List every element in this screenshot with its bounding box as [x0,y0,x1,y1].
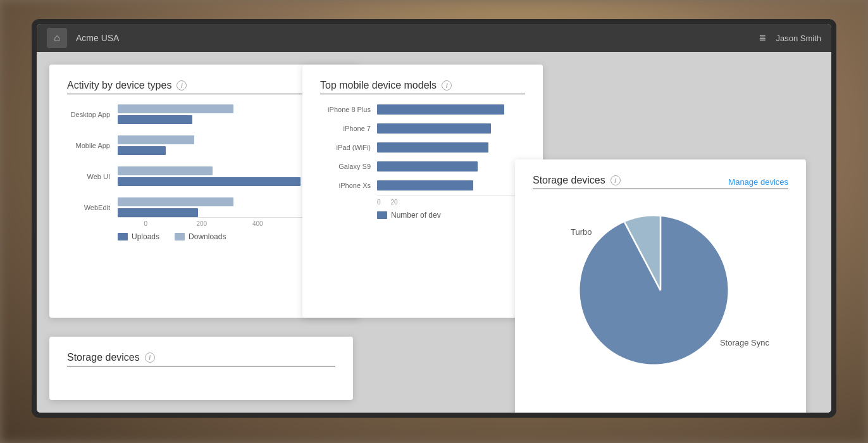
mobile-axis-0: 0 [377,199,381,206]
activity-info-icon[interactable]: i [177,80,187,90]
mobile-legend-icon [377,211,387,219]
bar-label-webedit: WebEdit [67,204,118,211]
h-bar-row-iphone7: iPhone 7 [320,123,525,134]
screen-bezel: ⌂ Acme USA ≡ Jason Smith Activity by dev… [32,19,836,418]
laptop-frame: ⌂ Acme USA ≡ Jason Smith Activity by dev… [0,0,868,443]
h-bar-track-iphone7 [377,123,525,134]
topnav: ⌂ Acme USA ≡ Jason Smith [37,24,831,52]
mobile-info-icon[interactable]: i [442,80,452,90]
h-bar-label-ipad: iPad (WiFi) [320,144,377,151]
h-bar-fill-iphonexs [377,180,473,190]
mobile-legend-label: Number of dev [391,211,441,220]
screen-inner: ⌂ Acme USA ≡ Jason Smith Activity by dev… [37,24,831,413]
h-bar-fill-iphone7 [377,123,491,134]
bar-label-webui: Web UI [67,173,118,180]
mobile-bar-chart: iPhone 8 Plus iPhone 7 iPa [320,104,525,190]
bar-downloads-webui [118,166,213,175]
h-bar-row-galaxy: Galaxy S9 [320,161,525,172]
bar-downloads-webedit [118,197,233,206]
user-name: Jason Smith [776,34,821,43]
bar-downloads-mobile [118,135,194,144]
storage-popup-card: Storage devices i Manage devices [515,159,806,413]
legend-uploads-icon [118,233,128,240]
pie-chart-container: Turbo Storage Sync [533,208,788,373]
h-bar-fill-iphone8 [377,104,504,115]
home-button[interactable]: ⌂ [47,28,67,48]
h-bar-row-iphone8: iPhone 8 Plus [320,104,525,115]
bar-uploads-webedit [118,208,198,217]
menu-icon[interactable]: ≡ [759,32,766,45]
legend-downloads-label: Downloads [189,232,226,241]
legend-uploads-label: Uploads [132,232,159,241]
legend-downloads-icon [175,233,185,240]
axis-400: 400 [230,220,286,227]
h-bar-label-galaxy: Galaxy S9 [320,163,377,170]
bar-uploads-webui [118,177,301,186]
storage-popup-title: Storage devices i [533,175,621,186]
storage-bottom-info-icon[interactable]: i [145,353,155,363]
h-bar-row-ipad: iPad (WiFi) [320,142,525,153]
bar-row-mobile: Mobile App [67,135,342,155]
bar-label-desktop: Desktop App [67,111,118,118]
bar-row-desktop: Desktop App [67,104,342,124]
mobile-card-title: Top mobile device models i [320,80,525,91]
storage-bottom-title: Storage devices i [67,352,335,363]
h-bar-track-iphonexs [377,180,525,190]
h-bar-row-iphonexs: iPhone Xs [320,180,525,190]
legend-uploads: Uploads [118,232,159,241]
bar-uploads-mobile [118,146,166,155]
bar-downloads-desktop [118,104,233,113]
storage-popup-info-icon[interactable]: i [611,175,621,185]
storage-bottom-card: Storage devices i [49,337,353,400]
storage-popup-header: Storage devices i Manage devices [533,175,788,189]
bar-row-webui: Web UI [67,166,342,186]
app-title: Acme USA [76,33,759,43]
activity-bar-chart: Desktop App Mobile App [67,104,342,217]
legend-downloads: Downloads [175,232,226,241]
pie-label-storagesync: Storage Sync [720,338,769,347]
pie-label-turbo: Turbo [571,227,592,237]
h-bar-track-ipad [377,142,525,153]
main-content: Activity by device types i Desktop App [37,52,831,413]
axis-200: 200 [174,220,230,227]
activity-card-title: Activity by device types i [67,80,342,91]
manage-devices-link[interactable]: Manage devices [728,177,788,187]
h-bar-track-iphone8 [377,104,525,115]
axis-0: 0 [118,220,174,227]
mobile-axis: 0 20 [377,196,525,206]
h-bar-label-iphonexs: iPhone Xs [320,182,377,189]
h-bar-fill-ipad [377,142,488,153]
mobile-axis-20: 20 [391,199,398,206]
h-bar-label-iphone8: iPhone 8 Plus [320,106,377,113]
mobile-legend-item: Number of dev [377,211,441,220]
bar-row-webedit: WebEdit [67,197,342,217]
bar-uploads-desktop [118,115,192,124]
bar-label-mobile: Mobile App [67,142,118,149]
mobile-card: Top mobile device models i iPhone 8 Plus [302,65,543,318]
mobile-legend: Number of dev [377,211,525,220]
h-bar-fill-galaxy [377,161,478,172]
h-bar-track-galaxy [377,161,525,172]
h-bar-label-iphone7: iPhone 7 [320,125,377,132]
pie-chart-svg [578,208,743,373]
